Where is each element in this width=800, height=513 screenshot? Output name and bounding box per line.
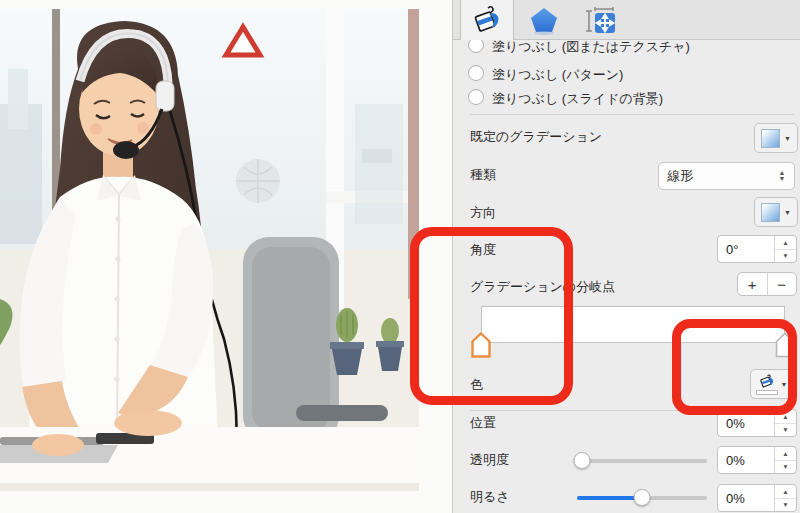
pentagon-icon: [528, 5, 560, 35]
direction-dropdown[interactable]: ▼: [754, 197, 798, 227]
gradient-swatch-icon: [761, 129, 780, 148]
slider-thumb[interactable]: [634, 489, 651, 506]
radio-icon[interactable]: [468, 65, 484, 81]
gradient-stops-label: グラデーションの分岐点: [470, 278, 615, 296]
step-down-icon: ▼: [775, 499, 796, 512]
angle-label: 角度: [470, 241, 496, 259]
transparency-label: 透明度: [470, 451, 509, 469]
stepper-arrows[interactable]: ▲ ▼: [775, 485, 796, 511]
slider-thumb[interactable]: [574, 452, 591, 469]
stop-color-label: 色: [470, 376, 483, 394]
radio-label: 塗りつぶし (図またはテクスチャ): [492, 38, 690, 56]
chevron-down-icon: ▼: [784, 209, 791, 216]
paint-bucket-icon: [471, 5, 503, 35]
add-stop-button[interactable]: +: [738, 273, 768, 295]
brightness-value[interactable]: 0%: [718, 485, 775, 511]
slide-photo-woman-headset[interactable]: [0, 9, 419, 491]
step-down-icon: ▼: [775, 461, 796, 474]
brightness-stepper[interactable]: 0% ▲ ▼: [717, 484, 797, 512]
preset-gradient-dropdown[interactable]: ▼: [754, 123, 798, 153]
tab-size-position[interactable]: [573, 0, 627, 39]
brightness-slider[interactable]: [577, 489, 707, 506]
remove-stop-button[interactable]: −: [768, 273, 797, 295]
gradient-type-value: 線形: [659, 167, 774, 185]
photo-illustration: [0, 9, 419, 491]
chevron-down-icon: ▼: [781, 381, 788, 388]
transparency-stepper[interactable]: 0% ▲ ▼: [717, 446, 797, 474]
stepper-arrows[interactable]: ▲ ▼: [775, 410, 796, 436]
gradient-type-popup[interactable]: 線形 ▲▼: [658, 162, 795, 190]
format-pane-tabbar: [452, 0, 800, 40]
popup-arrows-icon: ▲▼: [774, 170, 794, 182]
direction-label: 方向: [470, 204, 496, 222]
chevron-down-icon: ▼: [784, 135, 791, 142]
position-stepper[interactable]: 0% ▲ ▼: [717, 409, 797, 437]
stepper-arrows[interactable]: ▲ ▼: [775, 236, 796, 262]
current-color-swatch: [756, 390, 778, 395]
slider-fill: [577, 496, 642, 500]
gradient-stop-selected[interactable]: [471, 332, 491, 358]
radio-label: 塗りつぶし (パターン): [492, 66, 623, 84]
app-window: 塗りつぶし (図またはテクスチャ) 塗りつぶし (パターン) 塗りつぶし (スラ…: [0, 0, 800, 513]
step-up-icon: ▲: [775, 236, 796, 250]
paint-bucket-color-icon: [756, 374, 778, 395]
step-up-icon: ▲: [775, 485, 796, 499]
angle-stepper[interactable]: 0° ▲ ▼: [717, 235, 797, 263]
gradient-stop-track: [481, 332, 785, 359]
gradient-stop[interactable]: [775, 332, 795, 358]
step-up-icon: ▲: [775, 410, 796, 424]
divider: [470, 114, 794, 115]
tab-shape[interactable]: [517, 0, 571, 39]
size-position-icon: [583, 5, 617, 35]
stop-color-dropdown[interactable]: ▼: [750, 369, 793, 399]
radio-icon[interactable]: [468, 89, 484, 105]
angle-value[interactable]: 0°: [718, 236, 775, 262]
step-down-icon: ▼: [775, 424, 796, 437]
tab-fill[interactable]: [460, 0, 514, 40]
gradient-swatch-icon: [761, 203, 780, 222]
gradient-type-label: 種類: [470, 166, 496, 184]
step-down-icon: ▼: [775, 250, 796, 263]
stop-add-remove-buttons: + −: [737, 272, 797, 296]
transparency-slider[interactable]: [577, 452, 707, 469]
preset-gradient-label: 既定のグラデーション: [470, 128, 602, 146]
brightness-label: 明るさ: [470, 488, 510, 506]
position-label: 位置: [470, 414, 496, 432]
step-up-icon: ▲: [775, 447, 796, 461]
position-value[interactable]: 0%: [718, 410, 775, 436]
transparency-value[interactable]: 0%: [718, 447, 775, 473]
radio-label: 塗りつぶし (スライドの背景): [492, 90, 663, 108]
slider-track[interactable]: [577, 459, 707, 463]
stepper-arrows[interactable]: ▲ ▼: [775, 447, 796, 473]
